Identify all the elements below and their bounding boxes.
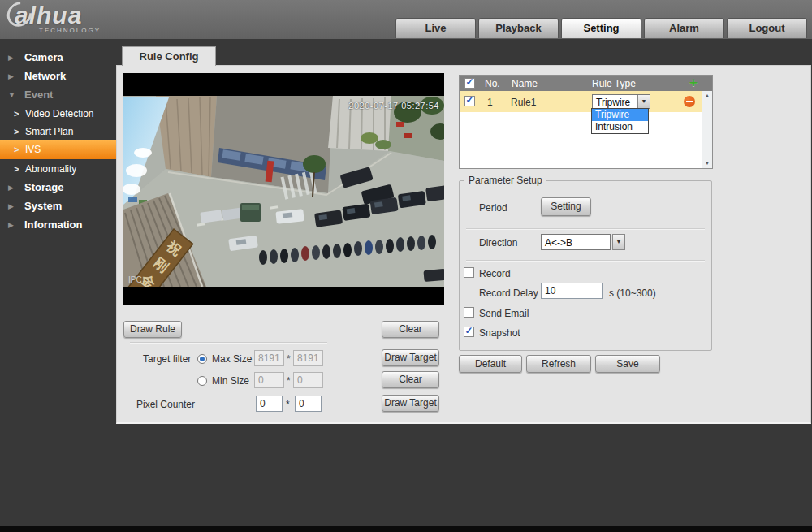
min-width-input[interactable] bbox=[254, 372, 284, 388]
rule-checkbox[interactable]: ✓ bbox=[464, 96, 475, 106]
sidebar-item-event[interactable]: ▼Event bbox=[0, 86, 116, 104]
max-size-label: Max Size bbox=[212, 353, 252, 365]
min-height-input[interactable] bbox=[293, 372, 323, 388]
dropdown-arrow-icon[interactable]: ▼ bbox=[637, 95, 650, 108]
table-scrollbar[interactable]: ▲ ▼ bbox=[702, 91, 712, 168]
sidebar-item-camera[interactable]: ▶Camera bbox=[0, 49, 116, 67]
watermark-text: IPC bbox=[128, 275, 142, 284]
draw-target-max-button[interactable]: Draw Target bbox=[382, 349, 439, 366]
rules-table-header: ✓ No. Name Rule Type + bbox=[460, 76, 712, 91]
record-delay-unit: s (10~300) bbox=[609, 288, 656, 299]
col-no: No. bbox=[485, 78, 500, 89]
collapsed-arrow-icon: ▶ bbox=[8, 197, 14, 215]
rule-row[interactable]: ✓ 1 Rule1 Tripwire ▼ bbox=[460, 91, 702, 112]
pixel-width-input[interactable] bbox=[256, 396, 283, 412]
rule-name: Rule1 bbox=[511, 97, 536, 108]
target-filter-label: Target filter bbox=[143, 353, 191, 365]
collapsed-arrow-icon: ▶ bbox=[8, 179, 14, 197]
record-label: Record bbox=[479, 268, 511, 279]
max-width-input[interactable] bbox=[254, 350, 284, 366]
snapshot-checkbox[interactable]: ✓ bbox=[464, 327, 474, 337]
max-size-radio[interactable] bbox=[197, 354, 207, 364]
col-name: Name bbox=[512, 78, 538, 89]
sidebar-item-information[interactable]: ▶Information bbox=[0, 216, 116, 234]
option-tripwire[interactable]: Tripwire bbox=[592, 109, 648, 121]
save-button[interactable]: Save bbox=[595, 355, 660, 373]
parameter-setup-title: Parameter Setup bbox=[464, 175, 546, 186]
add-rule-icon[interactable]: + bbox=[689, 75, 698, 91]
chevron-right-icon: > bbox=[14, 140, 19, 159]
tab-alarm[interactable]: Alarm bbox=[644, 18, 724, 38]
direction-dropdown[interactable]: A<->B bbox=[541, 234, 611, 250]
sidebar-item-ivs[interactable]: >IVS bbox=[0, 140, 116, 159]
rule-type-value: Tripwire bbox=[596, 97, 630, 108]
video-preview[interactable]: 祝 刚 金 昌 bbox=[123, 73, 444, 305]
sidebar-item-video-detection[interactable]: >Video Detection bbox=[0, 105, 116, 123]
min-size-radio[interactable] bbox=[197, 376, 207, 386]
collapsed-arrow-icon: ▶ bbox=[8, 49, 14, 67]
tab-live[interactable]: Live bbox=[395, 18, 476, 38]
snapshot-label: Snapshot bbox=[479, 327, 520, 339]
clear-rule-button[interactable]: Clear bbox=[382, 321, 439, 338]
check-icon: ✓ bbox=[465, 94, 473, 106]
separator bbox=[130, 342, 327, 344]
sidebar-item-abnormality[interactable]: >Abnormality bbox=[0, 160, 116, 178]
top-header: alhua TECHNOLOGY Live Playback Setting A… bbox=[0, 0, 812, 39]
logo-wordmark: alhua bbox=[8, 2, 101, 29]
scroll-down-icon[interactable]: ▼ bbox=[702, 158, 712, 168]
collapsed-arrow-icon: ▶ bbox=[8, 67, 14, 85]
expanded-arrow-icon: ▼ bbox=[8, 86, 15, 104]
tab-logout[interactable]: Logout bbox=[727, 18, 807, 38]
collapsed-arrow-icon: ▶ bbox=[8, 216, 14, 234]
chevron-right-icon: > bbox=[14, 123, 19, 141]
chevron-right-icon: > bbox=[14, 105, 19, 123]
delete-rule-icon[interactable] bbox=[684, 96, 695, 107]
select-all-checkbox[interactable]: ✓ bbox=[464, 78, 475, 89]
separator bbox=[466, 260, 705, 262]
asterisk-separator: * bbox=[287, 353, 291, 365]
rule-no: 1 bbox=[487, 97, 493, 108]
default-button[interactable]: Default bbox=[459, 355, 522, 373]
send-email-checkbox[interactable] bbox=[464, 307, 474, 318]
record-delay-label: Record Delay bbox=[479, 288, 538, 299]
draw-rule-button[interactable]: Draw Rule bbox=[123, 321, 182, 338]
period-setting-button[interactable]: Setting bbox=[541, 197, 591, 216]
sidebar-item-network[interactable]: ▶Network bbox=[0, 67, 116, 85]
record-checkbox[interactable] bbox=[464, 267, 474, 278]
option-intrusion[interactable]: Intrusion bbox=[592, 121, 648, 133]
check-icon: ✓ bbox=[464, 325, 473, 336]
draw-target-pixel-button[interactable]: Draw Target bbox=[382, 395, 439, 412]
separator bbox=[466, 228, 705, 230]
scene-content: 祝 刚 金 昌 bbox=[123, 96, 444, 305]
period-label: Period bbox=[479, 202, 508, 214]
asterisk-separator: * bbox=[287, 375, 291, 387]
sidebar-item-system[interactable]: ▶System bbox=[0, 197, 116, 215]
rules-table: ✓ No. Name Rule Type + ✓ 1 Rule1 Tripwir… bbox=[459, 75, 713, 169]
scroll-up-icon[interactable]: ▲ bbox=[702, 91, 712, 101]
tab-playback[interactable]: Playback bbox=[478, 18, 559, 38]
direction-dropdown-arrow-icon[interactable]: ▼ bbox=[612, 234, 625, 250]
send-email-label: Send Email bbox=[479, 308, 529, 319]
refresh-button[interactable]: Refresh bbox=[526, 355, 591, 373]
logo-tagline: TECHNOLOGY bbox=[39, 27, 101, 34]
sidebar-item-storage[interactable]: ▶Storage bbox=[0, 179, 116, 197]
dahua-logo: alhua TECHNOLOGY bbox=[8, 2, 101, 34]
video-timestamp: 2020-07-17 05:27:54 bbox=[348, 101, 439, 110]
bottom-bar bbox=[0, 526, 812, 532]
chevron-right-icon: > bbox=[14, 160, 19, 178]
pixel-counter-label: Pixel Counter bbox=[136, 399, 195, 410]
asterisk-separator: * bbox=[286, 399, 290, 410]
check-icon: ✓ bbox=[465, 76, 473, 88]
clear-target-button[interactable]: Clear bbox=[382, 371, 439, 388]
tab-setting[interactable]: Setting bbox=[561, 18, 641, 38]
sidebar-item-smart-plan[interactable]: >Smart Plan bbox=[0, 123, 116, 141]
dahua-web-ui: alhua TECHNOLOGY Live Playback Setting A… bbox=[0, 0, 812, 532]
sidebar: ▶Camera ▶Network ▼Event >Video Detection… bbox=[0, 39, 116, 526]
direction-value: A<->B bbox=[545, 237, 572, 249]
rule-type-dropdown[interactable]: Tripwire ▼ bbox=[592, 94, 650, 109]
min-size-label: Min Size bbox=[212, 375, 249, 387]
pixel-height-input[interactable] bbox=[295, 396, 322, 412]
record-delay-input[interactable] bbox=[541, 283, 603, 299]
tab-rule-config[interactable]: Rule Config bbox=[122, 46, 216, 66]
max-height-input[interactable] bbox=[293, 350, 323, 366]
